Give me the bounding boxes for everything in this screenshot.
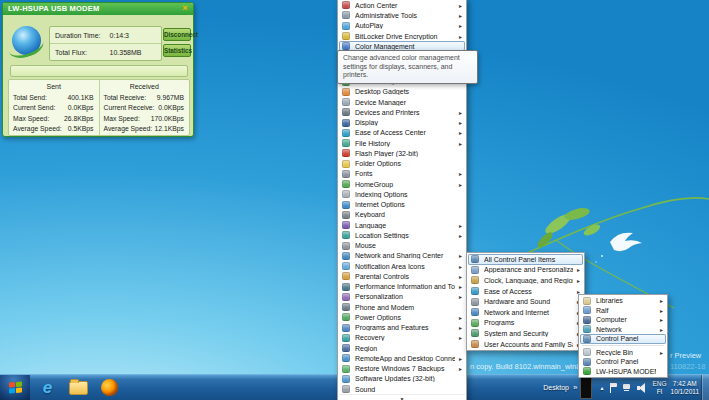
menu-item-administrative-tools[interactable]: Administrative Tools▸: [339, 10, 465, 20]
taskbar-internet-explorer-button[interactable]: e: [34, 375, 61, 400]
menu-item-sound[interactable]: Sound: [339, 384, 465, 394]
menu-item-computer[interactable]: Computer▸: [580, 315, 666, 325]
menu-item-all-control-panel-items[interactable]: All Control Panel Items: [468, 254, 583, 265]
show-hidden-icons-button[interactable]: ▴: [600, 384, 603, 391]
modem-titlebar[interactable]: LW-HSUPA USB MODEM ×: [3, 3, 193, 15]
menu-item-fonts[interactable]: Fonts▸: [339, 169, 465, 179]
menu-item-performance-information-and-tools[interactable]: Performance Information and Tools▸: [339, 281, 465, 291]
menu-item-notification-area-icons[interactable]: Notification Area Icons▸: [339, 261, 465, 271]
menu-item-user-accounts-and-family-safety[interactable]: User Accounts and Family Safety▸: [468, 339, 583, 350]
menu-item-libraries[interactable]: Libraries▸: [580, 296, 666, 306]
language-indicator[interactable]: ENG FI: [652, 380, 666, 396]
menu-item-display[interactable]: Display▸: [339, 117, 465, 127]
scroll-down-arrow-icon: ▼: [400, 396, 405, 400]
menu-item-software-updates-32-bit[interactable]: Software Updates (32-bit): [339, 374, 465, 384]
menu-item-recovery[interactable]: Recovery▸: [339, 333, 465, 343]
menu-item-label: Display: [355, 119, 455, 126]
menu-item-restore-windows-7-backups[interactable]: Restore Windows 7 Backups▸: [339, 363, 465, 373]
menu-item-recycle-bin[interactable]: Recycle Bin▸: [580, 348, 666, 358]
menu-item-label: Ease of Access Center: [355, 129, 455, 136]
location-settings-icon: [342, 231, 350, 239]
total-flux-label: Total Flux:: [55, 49, 110, 56]
menu-item-label: Indexing Options: [355, 191, 455, 198]
menu-item-language[interactable]: Language▸: [339, 220, 465, 230]
control-panel-icon: [583, 335, 591, 343]
menu-item-lw-hsupa-modem[interactable]: LW-HSUPA MODEM: [580, 367, 666, 377]
tooltip: Change advanced color management setting…: [337, 50, 478, 84]
menu-scroll-down[interactable]: ▼: [339, 394, 465, 400]
toolbar-overflow-chevron-icon[interactable]: »: [573, 383, 577, 392]
menu-item-network[interactable]: Network▸: [580, 325, 666, 335]
menu-item-control-panel[interactable]: Control Panel: [580, 334, 666, 344]
menu-item-power-options[interactable]: Power Options▸: [339, 312, 465, 322]
menu-item-location-settings[interactable]: Location Settings▸: [339, 230, 465, 240]
taskbar-clock[interactable]: 7:42 AM 10/1/2011: [671, 380, 699, 396]
network-tray-icon[interactable]: [622, 382, 632, 394]
menu-item-hardware-and-sound[interactable]: Hardware and Sound▸: [468, 296, 583, 307]
menu-item-ease-of-access-center[interactable]: Ease of Access Center▸: [339, 128, 465, 138]
show-desktop-button[interactable]: [701, 375, 709, 400]
menu-item-mouse[interactable]: Mouse: [339, 240, 465, 250]
stat-label: Average Speed:: [104, 125, 155, 132]
menu-item-clock-language-and-region[interactable]: Clock, Language, and Region▸: [468, 275, 583, 286]
menu-item-ease-of-access[interactable]: Ease of Access▸: [468, 286, 583, 297]
clock-language-region-icon: [471, 276, 479, 284]
internet-options-icon: [342, 201, 350, 209]
region-icon: [342, 344, 350, 352]
desktop-toolbar[interactable]: Desktop »: [543, 383, 577, 392]
menu-item-devices-and-printers[interactable]: Devices and Printers▸: [339, 107, 465, 117]
menu-item-action-center[interactable]: Action Center▸: [339, 0, 465, 10]
duration-row: Duration Time: 0:14:3: [50, 27, 161, 44]
menu-item-control-panel[interactable]: Control Panel: [580, 357, 666, 367]
menu-item-device-manager[interactable]: Device Manager: [339, 97, 465, 107]
menu-item-remoteapp-and-desktop-connections[interactable]: RemoteApp and Desktop Connections▸: [339, 353, 465, 363]
menu-item-label: Software Updates (32-bit): [355, 375, 455, 382]
menu-item-programs[interactable]: Programs▸: [468, 318, 583, 329]
menu-item-homegroup[interactable]: HomeGroup▸: [339, 179, 465, 189]
menu-item-label: Flash Player (32-bit): [355, 150, 455, 157]
menu-item-phone-and-modem[interactable]: Phone and Modem: [339, 302, 465, 312]
taskbar-app-button[interactable]: [580, 376, 592, 399]
submenu-arrow-icon: ▸: [658, 297, 663, 304]
submenu-arrow-icon: ▸: [457, 109, 462, 116]
menu-item-network-and-sharing-center[interactable]: Network and Sharing Center▸: [339, 251, 465, 261]
menu-item-parental-controls[interactable]: Parental Controls▸: [339, 271, 465, 281]
duration-label: Duration Time:: [55, 32, 110, 39]
menu-item-label: Recycle Bin: [596, 349, 656, 356]
menu-item-label: User Accounts and Family Safety: [484, 341, 573, 348]
menu-item-region[interactable]: Region: [339, 343, 465, 353]
action-center-flag-icon[interactable]: [608, 382, 618, 394]
menu-item-programs-and-features[interactable]: Programs and Features▸: [339, 322, 465, 332]
menu-item-personalization[interactable]: Personalization▸: [339, 292, 465, 302]
menu-item-network-and-internet[interactable]: Network and Internet▸: [468, 307, 583, 318]
disconnect-button[interactable]: Disconnect: [163, 28, 191, 41]
menu-item-file-history[interactable]: File History▸: [339, 138, 465, 148]
menu-item-internet-options[interactable]: Internet Options: [339, 199, 465, 209]
stat-label: Current Receive:: [104, 104, 159, 111]
start-button[interactable]: [0, 375, 30, 400]
menu-item-folder-options[interactable]: Folder Options: [339, 158, 465, 168]
hardware-and-sound-icon: [471, 298, 479, 306]
menu-item-system-and-security[interactable]: System and Security▸: [468, 328, 583, 339]
menu-item-bitlocker-drive-encryption[interactable]: BitLocker Drive Encryption▸: [339, 31, 465, 41]
volume-tray-icon[interactable]: [636, 382, 646, 394]
submenu-arrow-icon: ▸: [457, 355, 462, 362]
menu-item-keyboard[interactable]: Keyboard: [339, 210, 465, 220]
menu-item-label: Desktop Gadgets: [355, 88, 455, 95]
menu-item-appearance-and-personalization[interactable]: Appearance and Personalization▸: [468, 265, 583, 276]
menu-item-ralf[interactable]: Ralf▸: [580, 306, 666, 316]
menu-item-desktop-gadgets[interactable]: Desktop Gadgets: [339, 87, 465, 97]
statistics-button[interactable]: Statistics: [163, 44, 191, 57]
stat-value: 9.967MB: [157, 94, 184, 101]
menu-item-flash-player-32-bit[interactable]: Flash Player (32-bit): [339, 148, 465, 158]
taskbar-firefox-button[interactable]: [96, 375, 123, 400]
submenu-arrow-icon: ▸: [457, 365, 462, 372]
system-tray: ▴ ENG FI 7:42 AM 10/1/2011: [597, 380, 701, 396]
menu-item-autoplay[interactable]: AutoPlay▸: [339, 21, 465, 31]
menu-item-indexing-options[interactable]: Indexing Options: [339, 189, 465, 199]
language-primary: ENG: [652, 380, 666, 388]
network-sharing-center-icon: [342, 252, 350, 260]
menu-item-label: Power Options: [355, 314, 455, 321]
taskbar-explorer-button[interactable]: [65, 375, 92, 400]
close-icon[interactable]: ×: [180, 3, 190, 14]
